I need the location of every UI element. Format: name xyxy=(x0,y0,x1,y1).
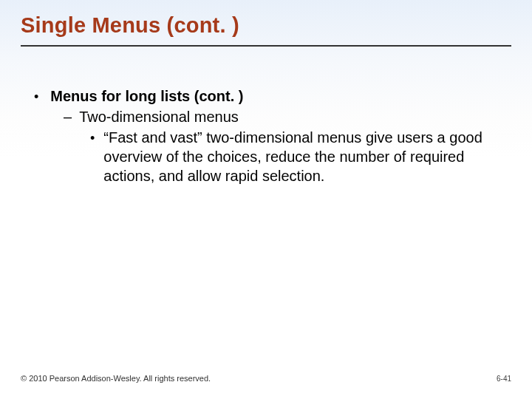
bullet-marker: – xyxy=(64,107,79,126)
bullet-level-3: • “Fast and vast” two-dimensional menus … xyxy=(30,128,502,185)
slide-title: Single Menus (cont. ) xyxy=(0,0,532,38)
bullet-level-2: – Two-dimensional menus xyxy=(30,107,502,126)
bullet-marker: • xyxy=(30,89,50,106)
bullet-text: “Fast and vast” two-dimensional menus gi… xyxy=(103,128,502,185)
slide-footer: © 2010 Pearson Addison-Wesley. All right… xyxy=(21,374,511,383)
bullet-marker: • xyxy=(90,130,103,147)
bullet-text: Two-dimensional menus xyxy=(79,107,239,126)
slide-content: • Menus for long lists (cont. ) – Two-di… xyxy=(0,47,532,185)
page-number: 6-41 xyxy=(497,375,511,383)
bullet-text: Menus for long lists (cont. ) xyxy=(50,86,243,106)
bullet-level-1: • Menus for long lists (cont. ) xyxy=(30,86,502,106)
copyright-text: © 2010 Pearson Addison-Wesley. All right… xyxy=(21,374,211,383)
